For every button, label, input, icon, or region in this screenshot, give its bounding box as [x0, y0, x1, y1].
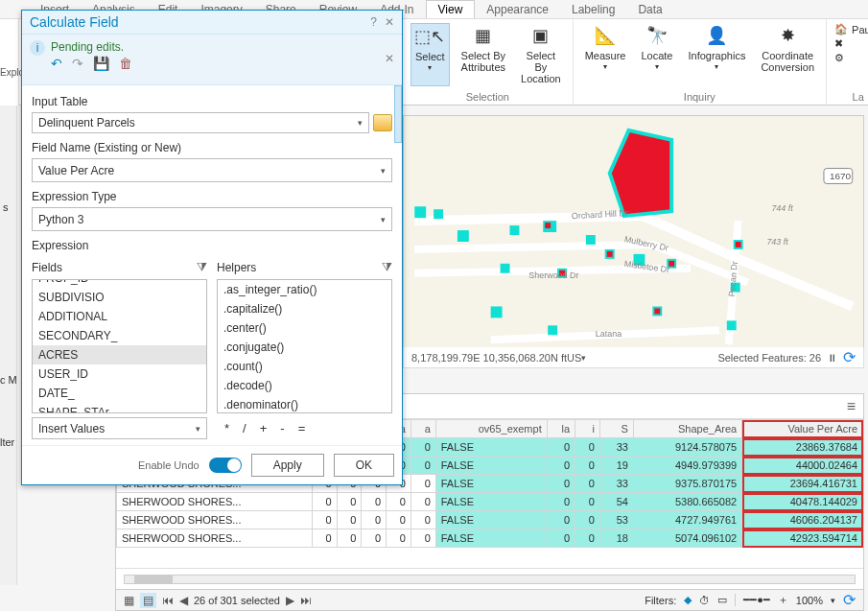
op-mul[interactable]: *	[224, 421, 229, 435]
svg-rect-19	[545, 223, 551, 228]
fields-list[interactable]: PROP_IDSUBDIVISIOADDITIONALSECONDARY_ACR…	[32, 279, 207, 413]
dialog-titlebar[interactable]: Calculate Field ? ✕	[22, 11, 402, 35]
coordinate-conversion-button[interactable]: ✸Coordinate Conversion	[757, 23, 818, 75]
road-latana: Latana	[596, 329, 622, 339]
field-item[interactable]: SUBDIVISIO	[33, 288, 206, 307]
table-row[interactable]: SHERWOOD SHORES...00000FALSE00185074.096…	[117, 529, 863, 548]
svg-rect-24	[736, 242, 741, 247]
select-button[interactable]: ⬚↖ Select ▾	[411, 23, 450, 86]
table-scroll[interactable]	[116, 568, 863, 589]
group-labeling: 🏠Pause ✖ ⚙ La	[827, 19, 868, 105]
undo-icon[interactable]: ↶	[51, 56, 62, 71]
col-header[interactable]: Value Per Acre	[742, 420, 863, 438]
filter2-icon[interactable]: ⏱	[699, 595, 710, 606]
discard-edits-icon[interactable]: 🗑	[119, 56, 132, 71]
op-add[interactable]: +	[260, 421, 268, 435]
map-view[interactable]: Orchard Hill Dr Mulberry Dr Mistletoe Dr…	[403, 115, 864, 364]
op-sub[interactable]: -	[280, 421, 284, 435]
helpers-filter-icon[interactable]: ⧩	[382, 260, 392, 275]
field-name-combo[interactable]: Value Per Acre▾	[32, 158, 392, 182]
save-edits-icon[interactable]: 💾	[93, 56, 109, 71]
col-header[interactable]: Shape_Area	[633, 420, 741, 438]
filter1-icon[interactable]: ◆	[684, 594, 692, 606]
pause-button[interactable]: 🏠Pause	[834, 23, 868, 35]
helper-item[interactable]: .center()	[218, 318, 391, 338]
browse-icon[interactable]	[373, 114, 392, 131]
help-icon[interactable]: ?	[370, 15, 377, 29]
measure-button[interactable]: 📐Measure▾	[581, 23, 630, 75]
table-refresh-icon[interactable]: ⟳	[843, 591, 856, 609]
info-icon: i	[30, 40, 45, 56]
next-record-icon[interactable]: ▶	[286, 594, 294, 607]
helper-item[interactable]: .denominator()	[218, 395, 391, 413]
fields-filter-icon[interactable]: ⧩	[197, 260, 207, 275]
helper-item[interactable]: .conjugate()	[218, 338, 391, 357]
field-item[interactable]: ACRES	[33, 345, 206, 364]
helper-item[interactable]: .capitalize()	[218, 299, 391, 318]
col-header[interactable]: a	[411, 420, 435, 438]
explore-panel: Explo	[0, 19, 19, 106]
op-eq[interactable]: =	[298, 421, 306, 435]
expression-type-combo[interactable]: Python 3▾	[32, 207, 392, 231]
table-row[interactable]: SHERWOOD SHORES...00000FALSE00534727.949…	[117, 511, 863, 529]
filter3-icon[interactable]: ▭	[717, 594, 727, 606]
refresh-icon[interactable]: ⟳	[843, 348, 856, 366]
more-options[interactable]: ⚙	[834, 52, 844, 64]
locate-button[interactable]: 🔭Locate▾	[637, 23, 676, 75]
view-unplaced[interactable]: ✖	[834, 37, 843, 50]
ok-button[interactable]: OK	[334, 454, 394, 477]
enable-undo-label: Enable Undo	[138, 459, 199, 471]
left-label-s: s	[3, 201, 9, 213]
col-header[interactable]: ov65_exempt	[435, 420, 547, 438]
svg-text:744 ft: 744 ft	[771, 203, 793, 213]
view-all-icon[interactable]: ▦	[124, 594, 134, 607]
helper-item[interactable]: .decode()	[218, 376, 391, 395]
svg-rect-5	[510, 225, 520, 235]
insert-values-combo[interactable]: Insert Values▾	[32, 417, 207, 439]
pending-edits-banner: i Pending edits. ↶ ↷ 💾 🗑 ✕	[22, 35, 402, 85]
prev-record-icon[interactable]: ◀	[179, 594, 188, 607]
field-item[interactable]: USER_ID	[33, 364, 206, 384]
apply-button[interactable]: Apply	[251, 454, 324, 477]
table-menu-icon[interactable]: ≡	[847, 398, 856, 415]
field-item[interactable]: ADDITIONAL	[33, 307, 206, 326]
tab-labeling[interactable]: Labeling	[560, 1, 626, 18]
field-item[interactable]: SHAPE_STAr	[33, 403, 206, 413]
tab-view[interactable]: View	[426, 0, 476, 18]
col-header[interactable]: la	[547, 420, 575, 438]
selection-count: 26 of 301 selected	[194, 595, 280, 606]
banner-close-icon[interactable]: ✕	[385, 52, 394, 65]
svg-rect-7	[586, 235, 596, 245]
select-attr-label: Select By Attributes	[461, 50, 505, 73]
redo-icon[interactable]: ↷	[72, 56, 83, 71]
location-icon: ▣	[529, 25, 552, 48]
select-icon: ⬚↖	[418, 26, 441, 49]
pause-drawing-icon[interactable]: ⏸	[827, 352, 837, 364]
close-icon[interactable]: ✕	[385, 15, 394, 29]
select-by-attributes-button[interactable]: ▦ Select By Attributes	[457, 23, 509, 86]
field-item[interactable]: PROP_ID	[33, 279, 206, 288]
dialog-footer: Enable Undo Apply OK	[22, 445, 402, 484]
clear-icon: ✖	[834, 37, 843, 50]
helpers-list[interactable]: .as_integer_ratio().capitalize().center(…	[217, 279, 392, 413]
helper-item[interactable]: .as_integer_ratio()	[218, 280, 391, 299]
dialog-scrollbar[interactable]	[394, 85, 402, 143]
first-record-icon[interactable]: ⏮	[162, 594, 174, 607]
helper-item[interactable]: .count()	[218, 357, 391, 376]
col-header[interactable]: S	[599, 420, 633, 438]
infographics-icon: 👤	[705, 25, 728, 48]
view-selected-icon[interactable]: ▤	[140, 593, 156, 608]
enable-undo-toggle[interactable]	[209, 458, 242, 473]
field-item[interactable]: DATE_	[33, 384, 206, 403]
input-table-combo[interactable]: Delinquent Parcels▾	[32, 112, 369, 133]
table-row[interactable]: SHERWOOD SHORES...00000FALSE00545380.665…	[117, 493, 863, 511]
col-header[interactable]: i	[575, 420, 600, 438]
select-by-location-button[interactable]: ▣ Select By Location	[517, 23, 565, 86]
last-record-icon[interactable]: ⏭	[300, 594, 312, 607]
op-div[interactable]: /	[243, 421, 246, 435]
svg-rect-2	[414, 206, 426, 218]
tab-appearance[interactable]: Appearance	[475, 1, 560, 18]
tab-data[interactable]: Data	[626, 1, 673, 18]
field-item[interactable]: SECONDARY_	[33, 326, 206, 345]
infographics-button[interactable]: 👤Infographics▾	[684, 23, 749, 75]
